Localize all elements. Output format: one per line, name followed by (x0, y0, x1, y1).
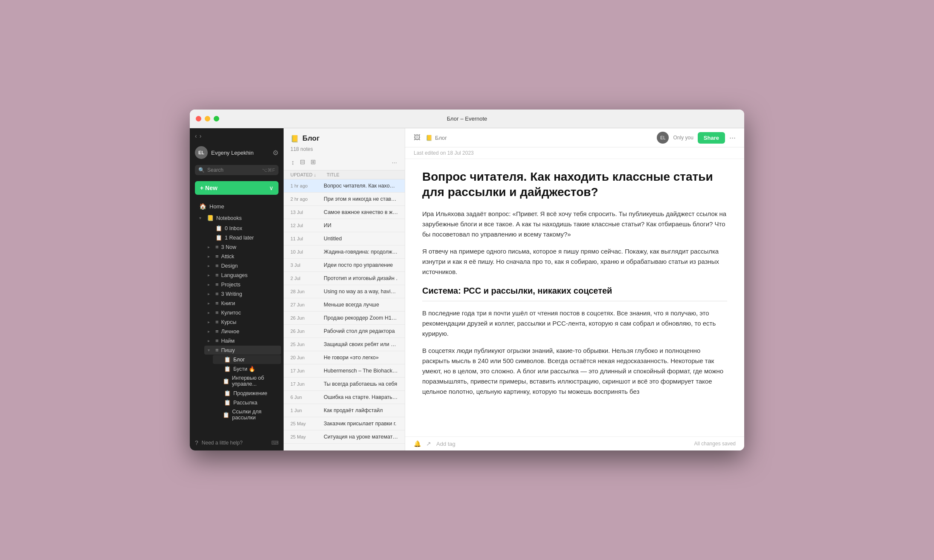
note-title: ИИ (324, 222, 331, 228)
share-footer-icon[interactable]: ↗ (426, 440, 431, 447)
titlebar: Блог – Evernote (190, 110, 744, 128)
bell-icon[interactable]: 🔔 (414, 440, 421, 447)
sort-button[interactable]: ↕ (290, 158, 296, 167)
notebook-attick[interactable]: ▸ ≡ Attick (204, 252, 281, 261)
notebook-stack-icon: ≡ (215, 347, 219, 353)
notebooks-header[interactable]: ▾ 📒 Notebooks (192, 213, 281, 223)
note-date: 12 Jul (290, 223, 320, 228)
notebook-rassylka[interactable]: 📋 Рассылка (213, 398, 281, 407)
notebook-icon: 📋 (223, 378, 229, 384)
breadcrumb-notebook-label[interactable]: Блог (435, 135, 447, 141)
editor-toolbar: 🖼 📒 Блог EL Only you Share ··· (405, 128, 744, 147)
notes-scroll[interactable]: 1 hr ago Вопрос читателя. Как находит. 2… (284, 179, 405, 450)
notebook-intervyu[interactable]: 📋 Интервью об управле... (213, 374, 281, 388)
note-row[interactable]: 26 Jun Рабочий стол для редактора (284, 325, 405, 338)
note-row[interactable]: 17 Jun Ты всегда работаешь на себя (284, 378, 405, 391)
minimize-button[interactable] (205, 116, 210, 121)
note-row[interactable]: 27 Jun Меньше всегда лучше (284, 298, 405, 312)
note-date: 20 Jun (290, 355, 320, 360)
more-options-button[interactable]: ··· (391, 158, 398, 167)
note-row[interactable]: 13 Jul Самое важное качество в жиз. (284, 206, 405, 219)
note-date: 17 Jun (290, 368, 320, 373)
notebooks-label: Notebooks (216, 215, 242, 221)
sidebar-item-home[interactable]: 🏠 Home (192, 200, 281, 212)
notes-columns-header: UPDATED ↓ TITLE (284, 170, 405, 179)
notebook-languages[interactable]: ▸ ≡ Languages (204, 271, 281, 280)
editor-content[interactable]: Вопрос читателя. Как находить классные с… (405, 159, 744, 436)
maximize-button[interactable] (214, 116, 219, 121)
share-button[interactable]: Share (698, 132, 725, 144)
notebook-pishu[interactable]: ▾ ≡ Пишу (204, 346, 281, 355)
note-title: Как продаёт лайфстайл (324, 407, 383, 413)
notebook-projects[interactable]: ▸ ≡ Projects (204, 280, 281, 289)
notebook-kulitos[interactable]: ▸ ≡ Кулитос (204, 308, 281, 317)
editor-body[interactable]: Ира Ильяхова задаёт вопрос: «Привет. Я в… (422, 209, 727, 397)
filter-button[interactable]: ⊟ (299, 157, 306, 167)
avatar: EL (195, 146, 208, 159)
nav-forward-button[interactable]: › (200, 133, 202, 139)
note-row[interactable]: 3 Jul Идеи посто про управление (284, 259, 405, 272)
note-row[interactable]: 26 Jun Продаю рекордер Zoom H1n и. (284, 312, 405, 325)
editor-title[interactable]: Вопрос читателя. Как находить классные с… (422, 169, 727, 200)
notebook-prodvizhenie[interactable]: 📋 Продвижение (213, 389, 281, 398)
notebook-label: Languages (221, 272, 248, 278)
note-row[interactable]: 17 Jun Hubermensch – The Biohacked . (284, 364, 405, 378)
note-row[interactable]: 25 May Заказчик присылает правки г. (284, 417, 405, 430)
add-tag-button[interactable]: Add tag (436, 441, 455, 447)
note-row[interactable]: 1 Jun Как продаёт лайфстайл (284, 404, 405, 417)
search-input[interactable]: Search (207, 167, 259, 173)
share-area: EL Only you Share ··· (657, 132, 736, 144)
notebook-design[interactable]: ▸ ≡ Design (204, 261, 281, 270)
notebook-stack-icon: ≡ (215, 291, 219, 297)
note-date: 2 Jul (290, 276, 320, 281)
note-row[interactable]: 1 hr ago Вопрос читателя. Как находит. (284, 179, 405, 193)
close-button[interactable] (196, 116, 201, 121)
notebook-naim[interactable]: ▸ ≡ Найм (204, 336, 281, 345)
note-row[interactable]: 28 Jun Using no way as a way, having ... (284, 285, 405, 298)
note-row[interactable]: 2 hr ago При этом я никогда не ставлю. (284, 193, 405, 206)
notebook-blog[interactable]: 📋 Блог (213, 355, 281, 364)
breadcrumb: 📒 Блог (426, 135, 447, 141)
nav-back-button[interactable]: ‹ (195, 133, 197, 139)
more-options-icon[interactable]: ··· (729, 133, 736, 142)
notebook-label: Кулитос (221, 310, 241, 316)
notebook-kursy[interactable]: ▸ ≡ Курсы (204, 318, 281, 326)
settings-icon[interactable]: ⚙ (273, 149, 278, 157)
notebook-writing[interactable]: ▸ ≡ 3 Writing (204, 289, 281, 298)
note-row[interactable]: 12 Jul ИИ (284, 219, 405, 232)
search-bar[interactable]: 🔍 Search ⌥⌘F (195, 165, 278, 175)
notebook-knigi[interactable]: ▸ ≡ Книги (204, 299, 281, 308)
note-row[interactable]: 10 Jul Жадина-говядина: продолжи . (284, 245, 405, 259)
search-shortcut: ⌥⌘F (262, 167, 275, 173)
view-toggle-button[interactable]: ⊞ (310, 157, 317, 167)
notebooks-list: 📋 0 Inbox 📋 1 Read later ▸ ≡ 3 Now ▸ ≡ A… (190, 223, 284, 422)
note-row[interactable]: 25 May Ситуация на уроке математики (284, 430, 405, 444)
help-section[interactable]: ? Need a little help? ⌨ (190, 435, 284, 450)
home-icon: 🏠 (199, 203, 206, 210)
notebook-label: 3 Writing (221, 291, 242, 297)
note-date: 25 Jun (290, 342, 320, 347)
note-row[interactable]: 25 Jun Защищай своих ребят или С к. (284, 338, 405, 351)
sidebar-home-label: Home (209, 203, 224, 210)
note-row[interactable]: 11 Jul Untitled (284, 232, 405, 245)
note-row[interactable]: 20 Jun Не говори «это легко» (284, 351, 405, 364)
last-edited-label: Last edited on 18 Jul 2023 (414, 150, 474, 156)
image-icon[interactable]: 🖼 (414, 134, 421, 141)
notebook-3-now[interactable]: ▸ ≡ 3 Now (204, 242, 281, 251)
note-title: При этом я никогда не ставлю. (324, 196, 398, 202)
notebook-busti[interactable]: 📋 Бусти 🔥 (213, 364, 281, 373)
notebook-stack-icon: ≡ (215, 309, 219, 316)
notebook-ssylki[interactable]: 📋 Ссылки для рассылки (213, 407, 281, 422)
notebook-header-title: Блог (302, 134, 319, 143)
note-row[interactable]: 6 Jun Ошибка на старте. Наврать п... (284, 391, 405, 404)
editor-paragraph-4: В соцсетях люди публикуют огрызки знаний… (422, 346, 727, 397)
note-date: 11 Jul (290, 236, 320, 241)
notebook-lichnoe[interactable]: ▸ ≡ Личное (204, 327, 281, 336)
notebook-1-read-later[interactable]: 📋 1 Read later (204, 233, 281, 242)
notebook-header-icon: 📒 (290, 135, 299, 143)
note-row[interactable]: 2 Jul Прототип и итоговый дизайн . (284, 272, 405, 285)
new-button[interactable]: + New ∨ (195, 181, 278, 195)
notebook-label: Продвижение (233, 390, 267, 396)
notebook-0-inbox[interactable]: 📋 0 Inbox (204, 224, 281, 233)
notebook-title-row: 📒 Блог (290, 134, 319, 143)
